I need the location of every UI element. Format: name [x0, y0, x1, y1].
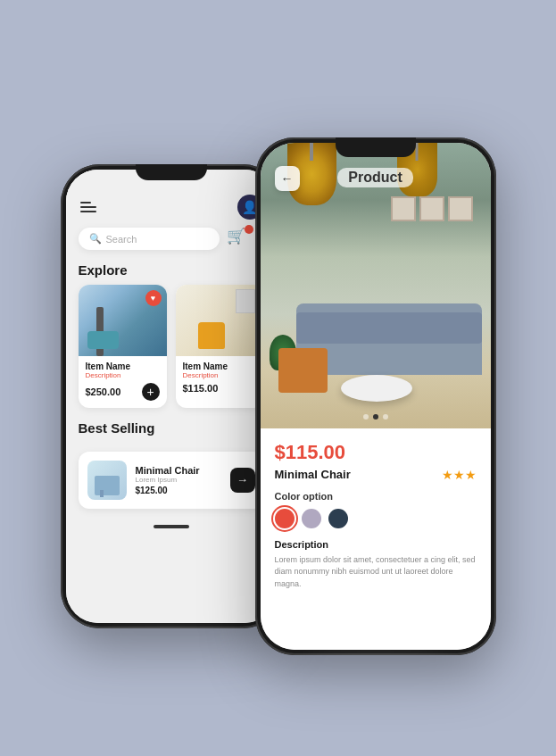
product-price-row-1: $250.00 + [86, 383, 160, 401]
heart-badge[interactable]: ♥ [145, 290, 162, 306]
dot-1 [363, 414, 369, 420]
product-title-name: Minimal Chair [275, 468, 351, 481]
search-cart-row: 🔍 Search 🛒 [66, 227, 277, 257]
product-details: $115.00 Minimal Chair ★★★ Color option D… [261, 428, 491, 650]
product-name-1: Item Name [86, 361, 160, 371]
best-selling-arrow-button[interactable]: → [230, 468, 255, 493]
ottoman [278, 348, 328, 393]
screen-left: 👤 🔍 Search 🛒 Explore [66, 170, 277, 623]
product-stars: ★★★ [442, 468, 477, 482]
back-icon: ← [281, 171, 294, 186]
best-selling-image [87, 461, 127, 500]
explore-grid: ♥ Item Name Description $250.00 + [66, 285, 277, 408]
product-nav-title: Product [337, 168, 412, 187]
cart-icon: 🛒 [227, 228, 245, 245]
description-title: Description [275, 539, 477, 550]
menu-icon[interactable] [80, 202, 96, 212]
back-button[interactable]: ← [275, 166, 300, 191]
explore-title: Explore [66, 257, 277, 285]
bottom-bar [66, 518, 277, 532]
home-indicator [154, 525, 189, 528]
product-card-2[interactable]: Item Name Description $115.00 [176, 285, 264, 408]
product-card-1[interactable]: ♥ Item Name Description $250.00 + [79, 285, 167, 408]
art-frame-3 [448, 196, 473, 221]
product-desc-1: Description [86, 371, 160, 379]
cart-button[interactable]: 🛒 [227, 227, 252, 252]
coffee-table [341, 375, 412, 402]
product-price-row-2: $115.00 [183, 383, 257, 394]
notch-right [336, 137, 416, 157]
search-bar[interactable]: 🔍 Search [79, 228, 220, 250]
product-info-1: Item Name Description $250.00 + [79, 356, 167, 408]
product-info-2: Item Name Description $115.00 [176, 356, 264, 401]
product-hero-image: ← Product [261, 143, 491, 428]
product-price-large: $115.00 [275, 441, 477, 464]
screen-right: ← Product $115.00 Minimal Chai [261, 143, 491, 650]
art-frame-1 [391, 196, 416, 221]
search-placeholder: Search [106, 234, 137, 245]
right-screen-content: ← Product $115.00 Minimal Chai [261, 143, 491, 650]
pagination-dots [363, 414, 388, 420]
search-icon: 🔍 [89, 233, 102, 245]
best-selling-card[interactable]: Minimal Chair Lorem Ipsum $125.00 → [79, 452, 264, 509]
dot-3 [383, 414, 388, 420]
description-text: Lorem ipsum dolor sit amet, consectetuer… [275, 554, 477, 591]
wall-art [391, 196, 473, 221]
room-scene-2 [176, 285, 264, 356]
dot-2 [373, 414, 378, 420]
product-desc-2: Description [183, 371, 257, 379]
color-option-red[interactable] [275, 509, 295, 528]
phone-left: 👤 🔍 Search 🛒 Explore [61, 164, 282, 628]
product-price-1: $250.00 [86, 386, 121, 397]
best-selling-info: Minimal Chair Lorem Ipsum $125.00 [136, 465, 221, 495]
add-to-cart-button-1[interactable]: + [142, 383, 160, 401]
color-options [275, 509, 477, 528]
notch-left [136, 164, 207, 180]
best-selling-subdesc: Lorem Ipsum [136, 476, 221, 484]
product-image-1: ♥ [79, 285, 167, 356]
best-selling-price: $125.00 [136, 486, 221, 495]
phone-right: ← Product $115.00 Minimal Chai [255, 137, 496, 655]
color-option-lavender[interactable] [302, 509, 321, 528]
left-screen-content: 👤 🔍 Search 🛒 Explore [66, 170, 277, 623]
product-name-2: Item Name [183, 361, 257, 371]
best-selling-name: Minimal Chair [136, 465, 221, 476]
cart-badge [245, 225, 253, 234]
product-price-2: $115.00 [183, 383, 219, 394]
phones-container: 👤 🔍 Search 🛒 Explore [61, 137, 496, 655]
color-option-navy[interactable] [328, 509, 348, 528]
art-frame-2 [419, 196, 444, 221]
best-selling-title: Best Selling [66, 415, 277, 443]
product-title-row: Minimal Chair ★★★ [275, 468, 477, 482]
product-image-2 [176, 285, 264, 356]
color-section-title: Color option [275, 491, 477, 502]
